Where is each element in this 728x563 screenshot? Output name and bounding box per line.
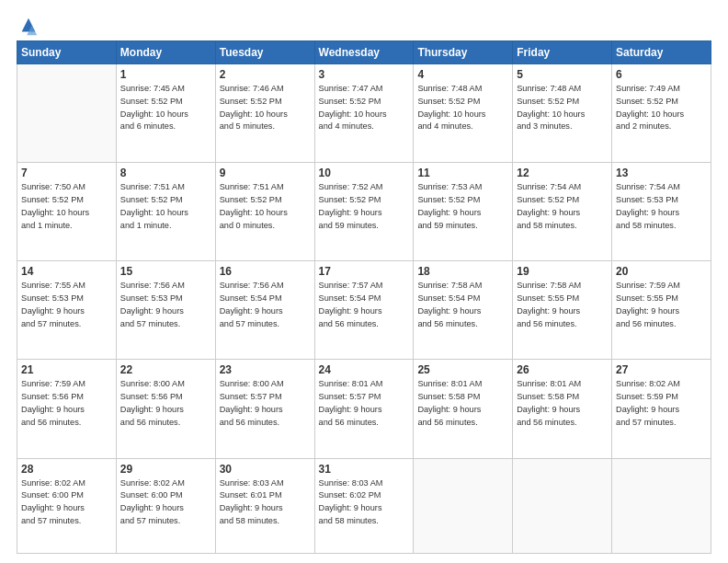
day-cell: 16Sunrise: 7:56 AMSunset: 5:54 PMDayligh… (215, 261, 314, 360)
cell-info: Sunrise: 8:01 AMSunset: 5:58 PMDaylight:… (517, 378, 608, 429)
day-header: Tuesday (215, 41, 314, 64)
day-number: 2 (220, 68, 311, 81)
cell-info: Sunrise: 8:02 AMSunset: 6:00 PMDaylight:… (21, 477, 112, 528)
cell-info: Sunrise: 7:58 AMSunset: 5:54 PMDaylight:… (417, 280, 508, 330)
cell-info: Sunrise: 7:46 AMSunset: 5:52 PMDaylight:… (220, 83, 311, 133)
cell-info: Sunrise: 7:52 AMSunset: 5:52 PMDaylight:… (319, 181, 410, 232)
cell-info: Sunrise: 7:50 AMSunset: 5:52 PMDaylight:… (21, 181, 112, 232)
day-number: 18 (417, 265, 508, 278)
day-cell: 24Sunrise: 8:01 AMSunset: 5:57 PMDayligh… (314, 360, 414, 458)
cell-info: Sunrise: 8:01 AMSunset: 5:57 PMDaylight:… (319, 378, 410, 429)
day-cell: 29Sunrise: 8:02 AMSunset: 6:00 PMDayligh… (116, 458, 215, 554)
day-number: 3 (319, 68, 410, 81)
calendar: SundayMondayTuesdayWednesdayThursdayFrid… (17, 40, 711, 554)
day-cell: 30Sunrise: 8:03 AMSunset: 6:01 PMDayligh… (215, 458, 314, 554)
day-header: Friday (513, 41, 612, 64)
cell-info: Sunrise: 8:02 AMSunset: 5:59 PMDaylight:… (616, 378, 707, 429)
day-number: 15 (120, 265, 211, 278)
day-number: 16 (220, 265, 311, 278)
day-number: 27 (616, 363, 707, 376)
day-cell: 19Sunrise: 7:58 AMSunset: 5:55 PMDayligh… (513, 261, 612, 360)
day-cell: 7Sunrise: 7:50 AMSunset: 5:52 PMDaylight… (17, 163, 117, 261)
cell-info: Sunrise: 7:58 AMSunset: 5:55 PMDaylight:… (517, 280, 608, 330)
cell-info: Sunrise: 7:59 AMSunset: 5:55 PMDaylight:… (616, 280, 707, 330)
day-number: 24 (319, 363, 410, 376)
day-cell: 20Sunrise: 7:59 AMSunset: 5:55 PMDayligh… (612, 261, 711, 360)
day-cell: 4Sunrise: 7:48 AMSunset: 5:52 PMDaylight… (414, 64, 513, 163)
day-cell: 22Sunrise: 8:00 AMSunset: 5:56 PMDayligh… (116, 360, 215, 458)
week-row: 7Sunrise: 7:50 AMSunset: 5:52 PMDaylight… (17, 163, 711, 261)
day-number: 1 (120, 68, 211, 81)
day-header: Saturday (612, 41, 711, 64)
cell-info: Sunrise: 8:02 AMSunset: 6:00 PMDaylight:… (120, 477, 211, 528)
day-number: 20 (616, 265, 707, 278)
day-cell: 15Sunrise: 7:56 AMSunset: 5:53 PMDayligh… (116, 261, 215, 360)
day-number: 17 (319, 265, 410, 278)
day-cell: 13Sunrise: 7:54 AMSunset: 5:53 PMDayligh… (612, 163, 711, 261)
cell-info: Sunrise: 7:47 AMSunset: 5:52 PMDaylight:… (319, 83, 410, 133)
day-cell: 23Sunrise: 8:00 AMSunset: 5:57 PMDayligh… (215, 360, 314, 458)
day-number: 29 (120, 463, 211, 476)
day-cell: 14Sunrise: 7:55 AMSunset: 5:53 PMDayligh… (17, 261, 117, 360)
week-row: 1Sunrise: 7:45 AMSunset: 5:52 PMDaylight… (17, 64, 711, 163)
cell-info: Sunrise: 7:53 AMSunset: 5:52 PMDaylight:… (417, 181, 508, 232)
day-number: 12 (517, 167, 608, 179)
day-number: 25 (417, 363, 508, 376)
cell-info: Sunrise: 7:55 AMSunset: 5:53 PMDaylight:… (21, 280, 112, 330)
day-number: 22 (120, 363, 211, 376)
day-cell: 10Sunrise: 7:52 AMSunset: 5:52 PMDayligh… (314, 163, 414, 261)
day-number: 23 (220, 363, 311, 376)
day-header: Thursday (414, 41, 513, 64)
cell-info: Sunrise: 7:51 AMSunset: 5:52 PMDaylight:… (120, 181, 211, 232)
day-cell: 27Sunrise: 8:02 AMSunset: 5:59 PMDayligh… (612, 360, 711, 458)
day-number: 30 (220, 463, 311, 476)
day-number: 31 (319, 463, 410, 476)
cell-info: Sunrise: 7:49 AMSunset: 5:52 PMDaylight:… (616, 83, 707, 133)
page: SundayMondayTuesdayWednesdayThursdayFrid… (0, 0, 728, 563)
logo (17, 17, 39, 33)
day-header: Wednesday (314, 41, 414, 64)
header-row: SundayMondayTuesdayWednesdayThursdayFrid… (17, 41, 711, 64)
cell-info: Sunrise: 7:54 AMSunset: 5:52 PMDaylight:… (517, 181, 608, 232)
day-header: Sunday (17, 41, 117, 64)
day-number: 21 (21, 363, 112, 376)
day-number: 19 (517, 265, 608, 278)
cell-info: Sunrise: 8:03 AMSunset: 6:01 PMDaylight:… (220, 477, 311, 528)
cell-info: Sunrise: 7:56 AMSunset: 5:53 PMDaylight:… (120, 280, 211, 330)
day-number: 14 (21, 265, 112, 278)
day-cell: 8Sunrise: 7:51 AMSunset: 5:52 PMDaylight… (116, 163, 215, 261)
cell-info: Sunrise: 7:48 AMSunset: 5:52 PMDaylight:… (417, 83, 508, 133)
day-cell: 5Sunrise: 7:48 AMSunset: 5:52 PMDaylight… (513, 64, 612, 163)
day-cell (17, 64, 117, 163)
cell-info: Sunrise: 7:54 AMSunset: 5:53 PMDaylight:… (616, 181, 707, 232)
logo-icon (18, 17, 39, 37)
day-cell: 12Sunrise: 7:54 AMSunset: 5:52 PMDayligh… (513, 163, 612, 261)
day-cell: 1Sunrise: 7:45 AMSunset: 5:52 PMDaylight… (116, 64, 215, 163)
week-row: 28Sunrise: 8:02 AMSunset: 6:00 PMDayligh… (17, 458, 711, 554)
day-cell: 28Sunrise: 8:02 AMSunset: 6:00 PMDayligh… (17, 458, 117, 554)
day-cell: 21Sunrise: 7:59 AMSunset: 5:56 PMDayligh… (17, 360, 117, 458)
day-number: 8 (120, 167, 211, 179)
day-cell: 31Sunrise: 8:03 AMSunset: 6:02 PMDayligh… (314, 458, 414, 554)
day-cell (513, 458, 612, 554)
cell-info: Sunrise: 7:59 AMSunset: 5:56 PMDaylight:… (21, 378, 112, 429)
cell-info: Sunrise: 8:03 AMSunset: 6:02 PMDaylight:… (319, 477, 410, 528)
day-number: 13 (616, 167, 707, 179)
cell-info: Sunrise: 8:00 AMSunset: 5:57 PMDaylight:… (220, 378, 311, 429)
cell-info: Sunrise: 7:45 AMSunset: 5:52 PMDaylight:… (120, 83, 211, 133)
cell-info: Sunrise: 7:56 AMSunset: 5:54 PMDaylight:… (220, 280, 311, 330)
day-number: 4 (417, 68, 508, 81)
day-header: Monday (116, 41, 215, 64)
week-row: 21Sunrise: 7:59 AMSunset: 5:56 PMDayligh… (17, 360, 711, 458)
day-cell: 2Sunrise: 7:46 AMSunset: 5:52 PMDaylight… (215, 64, 314, 163)
day-cell: 18Sunrise: 7:58 AMSunset: 5:54 PMDayligh… (414, 261, 513, 360)
day-cell (612, 458, 711, 554)
day-number: 28 (21, 463, 112, 476)
day-number: 6 (616, 68, 707, 81)
header (17, 17, 711, 33)
day-cell: 26Sunrise: 8:01 AMSunset: 5:58 PMDayligh… (513, 360, 612, 458)
day-cell: 9Sunrise: 7:51 AMSunset: 5:52 PMDaylight… (215, 163, 314, 261)
day-cell: 6Sunrise: 7:49 AMSunset: 5:52 PMDaylight… (612, 64, 711, 163)
week-row: 14Sunrise: 7:55 AMSunset: 5:53 PMDayligh… (17, 261, 711, 360)
day-number: 10 (319, 167, 410, 179)
